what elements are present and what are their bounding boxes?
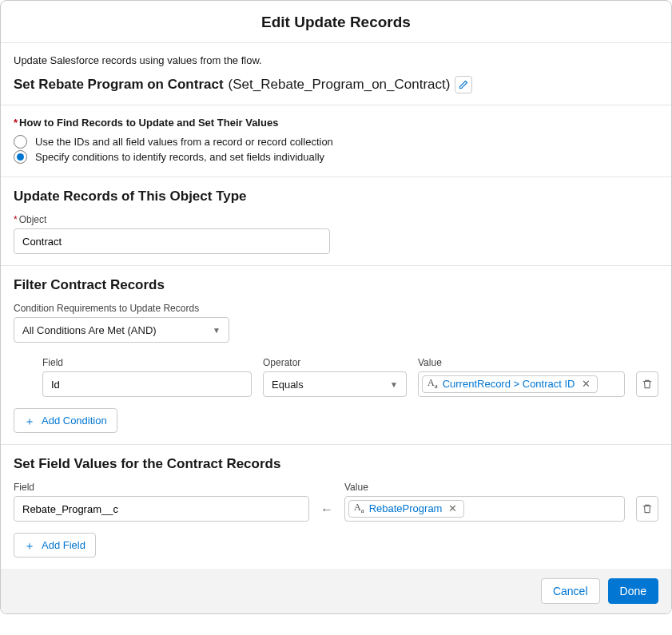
cond-value-input[interactable]: Aa CurrentRecord > Contract ID ✕: [418, 371, 625, 397]
find-option-ids-label: Use the IDs and all field values from a …: [35, 136, 333, 148]
object-input[interactable]: [14, 228, 330, 254]
cond-value-pill: Aa CurrentRecord > Contract ID ✕: [422, 375, 598, 392]
filter-section-heading: Filter Contract Records: [14, 277, 658, 293]
filter-section: Filter Contract Records Condition Requir…: [1, 266, 671, 445]
object-section: Update Records of This Object Type Objec…: [1, 177, 671, 266]
intro-section: Update Salesforce records using values f…: [1, 43, 671, 105]
intro-description: Update Salesforce records using values f…: [14, 54, 658, 66]
trash-icon: [642, 379, 653, 390]
setfield-field-input[interactable]: [14, 496, 309, 522]
edit-name-button[interactable]: [455, 76, 472, 93]
text-type-icon: Aa: [354, 502, 364, 514]
done-button[interactable]: Done: [608, 578, 658, 604]
object-section-heading: Update Records of This Object Type: [14, 189, 658, 204]
set-fields-section: Set Field Values for the Contract Record…: [1, 445, 671, 569]
text-type-icon: Aa: [427, 378, 438, 390]
add-condition-label: Add Condition: [42, 415, 107, 427]
remove-pill-button[interactable]: ✕: [580, 378, 592, 390]
element-name-row: Set Rebate Program on Contract (Set_Reba…: [14, 76, 658, 93]
find-option-specify[interactable]: Specify conditions to identify records, …: [14, 150, 658, 164]
pencil-icon: [459, 80, 468, 89]
arrow-left-icon: ←: [320, 502, 333, 517]
cond-req-value: All Conditions Are Met (AND): [22, 324, 157, 336]
setfield-value-input[interactable]: Aa RebateProgram ✕: [344, 496, 625, 522]
cancel-button[interactable]: Cancel: [541, 578, 600, 604]
cond-req-label: Condition Requirements to Update Records: [14, 303, 658, 314]
add-field-button[interactable]: ＋ Add Field: [14, 533, 96, 558]
cond-operator-select[interactable]: Equals ▼: [263, 371, 407, 397]
chevron-down-icon: ▼: [390, 380, 398, 389]
chevron-down-icon: ▼: [213, 326, 221, 335]
add-condition-button[interactable]: ＋ Add Condition: [14, 408, 117, 433]
object-label: Object: [14, 214, 658, 225]
cond-value-label: Value: [418, 357, 625, 368]
plus-icon: ＋: [24, 415, 35, 427]
cond-field-input[interactable]: [42, 371, 252, 397]
modal-title: Edit Update Records: [1, 14, 671, 31]
delete-condition-button[interactable]: [636, 371, 658, 397]
setfield-value-label: Value: [344, 482, 625, 493]
plus-icon: ＋: [24, 540, 35, 551]
cond-field-label: Field: [42, 357, 252, 368]
how-to-find-heading: How to Find Records to Update and Set Th…: [14, 117, 658, 129]
cond-operator-value: Equals: [272, 379, 304, 391]
add-field-label: Add Field: [42, 539, 85, 551]
radio-selected-icon: [14, 150, 27, 164]
cond-req-select[interactable]: All Conditions Are Met (AND) ▼: [14, 317, 229, 343]
remove-pill-button[interactable]: ✕: [447, 502, 459, 514]
set-fields-heading: Set Field Values for the Contract Record…: [14, 456, 658, 472]
how-to-find-section: How to Find Records to Update and Set Th…: [1, 105, 671, 177]
setfield-field-label: Field: [14, 482, 309, 493]
edit-update-records-modal: Edit Update Records Update Salesforce re…: [0, 0, 672, 614]
element-label: Set Rebate Program on Contract: [14, 77, 224, 93]
cond-operator-label: Operator: [263, 357, 407, 368]
modal-header: Edit Update Records: [1, 1, 671, 43]
modal-footer: Cancel Done: [1, 569, 671, 613]
trash-icon: [642, 503, 653, 514]
cond-value-pill-text: CurrentRecord > Contract ID: [443, 378, 575, 390]
element-api-name: (Set_Rebate_Program_on_Contract): [229, 77, 451, 93]
setfield-value-pill: Aa RebateProgram ✕: [348, 500, 464, 517]
find-option-specify-label: Specify conditions to identify records, …: [35, 151, 324, 163]
radio-icon: [14, 135, 27, 149]
delete-assignment-button[interactable]: [636, 496, 658, 522]
find-option-ids[interactable]: Use the IDs and all field values from a …: [14, 135, 658, 149]
setfield-value-pill-text: RebateProgram: [369, 502, 443, 514]
